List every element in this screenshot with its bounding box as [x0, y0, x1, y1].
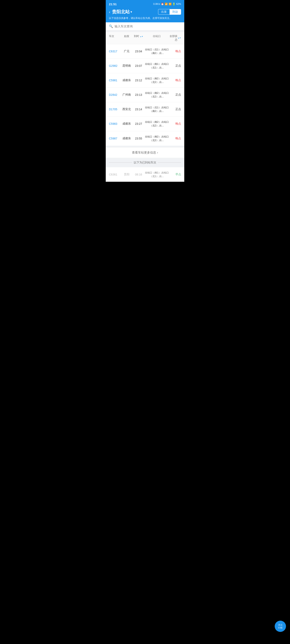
train-origin: 广元	[121, 50, 133, 53]
table-row[interactable]: C5987 成都东 23:55 出站口（南2）,出站口（北2）,出... 晚点	[106, 131, 184, 146]
train-exit: 出站口（南2）,出站口（北2）,出...	[145, 77, 169, 84]
train-exit: 出站口（北1）,出站口（南2）,出...	[145, 106, 169, 113]
table-header: 车次 始发 到时 ▲▼ 出站口 全部状态 ▲▼	[106, 32, 184, 44]
train-number: D2842	[109, 93, 117, 96]
phone-container: 21:51 0.0K/s ⏰ 📶 🛜 🔋 62% ‹ 贵阳北站 ▾ 出发 到达 …	[106, 0, 184, 182]
header-nav: ‹ 贵阳北站 ▾ 出发 到达	[109, 9, 181, 15]
train-status: 早点	[169, 173, 181, 176]
alarm-icon: ⏰	[161, 2, 164, 6]
train-time: 23:27	[133, 122, 145, 126]
sort-status-icon[interactable]: ▲▼	[178, 37, 181, 39]
train-origin: 西安北	[121, 108, 133, 111]
station-title: 贵阳北站 ▾	[112, 9, 158, 15]
table-row[interactable]: C5983 成都东 23:27 出站口（南2）,出站口（北2）,出... 晚点	[106, 117, 184, 131]
col-header-status: 全部状态 ▲▼	[169, 34, 181, 42]
view-more-section[interactable]: 查看车站更多信息 ›	[106, 147, 184, 158]
col-header-train: 车次	[109, 34, 121, 42]
train-status: 晚点	[169, 50, 181, 53]
back-button[interactable]: ‹	[109, 10, 110, 14]
search-icon: 🔍	[109, 24, 113, 28]
battery-percent: 62%	[176, 2, 181, 6]
train-number: C6317	[109, 50, 117, 53]
table-row[interactable]: G2982 昆明南 23:07 出站口（南1）,出站口（北1）,出... 正点	[106, 59, 184, 73]
train-status: 晚点	[169, 122, 181, 126]
train-exit: 出站口（北1）,出站口（南2）,出...	[145, 48, 169, 55]
arrived-section: C6361 贵阳 08:16 出站口（南1）,出站口（北1）,出... 早点	[106, 167, 184, 182]
train-status: 正点	[169, 93, 181, 96]
arrived-rows: C6361 贵阳 08:16 出站口（南1）,出站口（北1）,出... 早点	[106, 167, 184, 182]
train-origin: 成都东	[121, 78, 133, 82]
train-exit: 出站口（南2）,出站口（北2）,出...	[145, 135, 169, 142]
train-origin: 昆明南	[121, 64, 133, 68]
train-time: 23:14	[133, 108, 145, 111]
train-rows: C6317 广元 23:04 出站口（北1）,出站口（南2）,出... 晚点 G…	[106, 44, 184, 146]
header: ‹ 贵阳北站 ▾ 出发 到达 以下信息仅供参考，请以车站公告为准。左滑可添加关注…	[106, 7, 184, 22]
table-row[interactable]: D1705 西安北 23:14 出站口（北1）,出站口（南2）,出... 正点	[106, 102, 184, 117]
train-number: G2982	[109, 64, 117, 68]
tab-arrive[interactable]: 到达	[170, 9, 181, 14]
train-exit: 出站口（南2）,出站口（北2）,出...	[145, 120, 169, 128]
col-header-exit: 出站口	[145, 34, 169, 42]
train-exit: 出站口（南2）,出站口（北2）,出...	[145, 91, 169, 98]
table-row[interactable]: D2842 广州南 23:13 出站口（南2）,出站口（北2）,出... 正点	[106, 88, 184, 102]
view-more-label[interactable]: 查看车站更多信息 ›	[132, 151, 158, 154]
col-header-time: 到时 ▲▼	[133, 34, 145, 42]
train-exit: 出站口（南1）,出站口（北1）,出...	[145, 62, 169, 70]
depart-arrive-tabs: 出发 到达	[158, 9, 181, 15]
status-icons: 0.0K/s ⏰ 📶 🛜 🔋 62%	[153, 2, 181, 6]
train-origin: 成都东	[121, 137, 133, 140]
status-bar: 21:51 0.0K/s ⏰ 📶 🛜 🔋 62%	[106, 0, 184, 7]
tab-depart[interactable]: 出发	[158, 9, 170, 14]
signal-icon: 📶	[165, 2, 168, 6]
train-number: C6361	[109, 173, 117, 176]
network-speed: 0.0K/s	[153, 2, 160, 6]
table-row[interactable]: C6361 贵阳 08:16 出站口（南1）,出站口（北1）,出... 早点	[106, 167, 184, 182]
train-origin: 广州南	[121, 93, 133, 96]
train-number: C5981	[109, 79, 117, 82]
train-number: D1705	[109, 108, 117, 111]
status-time: 21:51	[109, 2, 117, 6]
train-status: 晚点	[169, 78, 181, 82]
train-time: 23:07	[133, 64, 145, 68]
wifi-icon: 🛜	[169, 2, 172, 6]
train-origin: 贵阳	[121, 173, 133, 176]
train-table: 车次 始发 到时 ▲▼ 出站口 全部状态 ▲▼ C6317 广元 23:04 出…	[106, 32, 184, 146]
notice-text: 以下信息仅供参考，请以车站公告为准。左滑可添加关注。	[109, 16, 181, 20]
table-row[interactable]: C5981 成都东 23:12 出站口（南2）,出站口（北2）,出... 晚点	[106, 73, 184, 88]
train-exit: 出站口（南1）,出站口（北1）,出...	[145, 171, 169, 178]
train-origin: 成都东	[121, 122, 133, 126]
search-bar: 🔍	[106, 22, 184, 30]
train-time: 23:13	[133, 93, 145, 96]
col-header-origin: 始发	[121, 34, 133, 42]
train-status: 正点	[169, 108, 181, 111]
station-name: 贵阳北站	[112, 9, 130, 15]
train-number: C5983	[109, 122, 117, 126]
battery-icon: 🔋	[172, 2, 175, 6]
train-time: 23:04	[133, 50, 145, 53]
table-row[interactable]: C6317 广元 23:04 出站口（北1）,出站口（南2）,出... 晚点	[106, 44, 184, 59]
sort-time-icon[interactable]: ▲▼	[140, 36, 143, 38]
divider-label: 以下为已到站车次	[134, 161, 156, 164]
search-input[interactable]	[115, 24, 181, 28]
train-time: 23:12	[133, 79, 145, 82]
station-dropdown-icon[interactable]: ▾	[131, 10, 132, 14]
train-status: 晚点	[169, 137, 181, 140]
train-status: 正点	[169, 64, 181, 68]
train-time: 08:16	[133, 173, 145, 176]
section-divider: 以下为已到站车次	[106, 158, 184, 167]
train-number: C5987	[109, 137, 117, 140]
train-time: 23:55	[133, 137, 145, 140]
